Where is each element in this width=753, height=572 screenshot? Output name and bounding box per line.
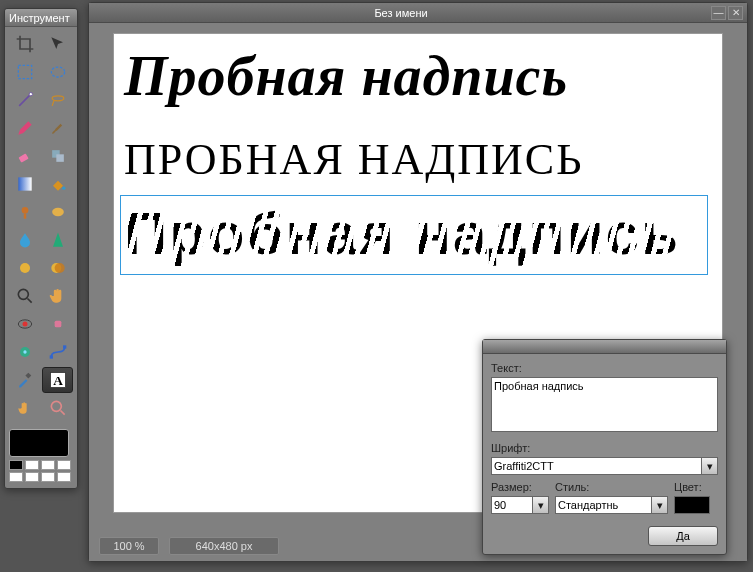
chevron-down-icon: ▾: [707, 460, 713, 473]
fill-tool[interactable]: [42, 171, 73, 197]
palette-swatch[interactable]: [9, 460, 23, 470]
minimize-button[interactable]: —: [711, 6, 726, 20]
text-layer-3[interactable]: Пробная надпись: [124, 199, 694, 268]
text-layer-1: Пробная надпись: [124, 44, 568, 108]
size-input[interactable]: [491, 496, 533, 514]
svg-point-18: [23, 350, 26, 353]
gradient-tool[interactable]: [9, 171, 40, 197]
svg-point-12: [54, 263, 64, 273]
text-input[interactable]: [491, 377, 718, 432]
pan-tool[interactable]: [9, 395, 40, 421]
canvas-dimensions: 640x480 px: [169, 537, 279, 555]
magnify-tool[interactable]: [42, 395, 73, 421]
move-tool[interactable]: [42, 31, 73, 57]
text-layer-2: ПРОБНАЯ НАДПИСЬ: [124, 134, 583, 185]
rect-select-tool[interactable]: [9, 59, 40, 85]
hand-tool[interactable]: [42, 283, 73, 309]
chevron-down-icon: ▾: [538, 499, 544, 512]
magic-wand-tool[interactable]: [9, 87, 40, 113]
font-dropdown-button[interactable]: ▾: [702, 457, 718, 475]
zoom-level[interactable]: 100 %: [99, 537, 159, 555]
svg-rect-19: [49, 355, 52, 358]
style-label: Стиль:: [555, 481, 668, 493]
svg-point-24: [51, 401, 61, 411]
sharpen-tool[interactable]: [42, 227, 73, 253]
palette-swatch[interactable]: [25, 472, 39, 482]
svg-point-15: [22, 322, 27, 327]
svg-point-1: [51, 67, 64, 77]
svg-point-10: [20, 263, 30, 273]
svg-point-2: [29, 93, 32, 96]
close-button[interactable]: ✕: [728, 6, 743, 20]
tool-grid: A: [5, 27, 77, 425]
document-title: Без имени: [93, 7, 709, 19]
svg-rect-6: [18, 177, 31, 190]
size-dropdown-button[interactable]: ▾: [533, 496, 549, 514]
redeye-tool[interactable]: [9, 311, 40, 337]
svg-point-8: [21, 207, 28, 214]
pencil-tool[interactable]: [9, 115, 40, 141]
shape-tool[interactable]: [9, 339, 40, 365]
lasso-tool[interactable]: [42, 87, 73, 113]
palette-swatch[interactable]: [57, 472, 71, 482]
size-label: Размер:: [491, 481, 549, 493]
smudge-tool[interactable]: [9, 199, 40, 225]
clone-tool[interactable]: [42, 143, 73, 169]
font-label: Шрифт:: [491, 442, 718, 454]
svg-point-13: [18, 289, 28, 299]
svg-rect-21: [25, 373, 31, 379]
close-icon: ✕: [732, 7, 740, 18]
document-window: Без имени — ✕ Пробная надпись ПРОБНАЯ НА…: [88, 2, 748, 562]
document-titlebar[interactable]: Без имени — ✕: [89, 3, 747, 23]
minimize-icon: —: [714, 7, 724, 18]
svg-rect-3: [18, 153, 28, 162]
eraser-tool[interactable]: [9, 143, 40, 169]
toolbox-window: Инструмент A: [4, 8, 78, 489]
dodge-tool[interactable]: [9, 255, 40, 281]
status-bar: 100 % 640x480 px: [99, 537, 279, 555]
color-swatches: [5, 425, 77, 488]
ellipse-select-tool[interactable]: [42, 59, 73, 85]
document-body: Пробная надпись ПРОБНАЯ НАДПИСЬ Пробная …: [89, 23, 747, 561]
font-select[interactable]: [491, 457, 702, 475]
text-dialog: Текст: Шрифт: ▾ Размер: ▾: [482, 339, 727, 555]
brush-tool[interactable]: [42, 115, 73, 141]
palette-swatch[interactable]: [41, 460, 55, 470]
eyedropper-tool[interactable]: [9, 367, 40, 393]
blur-tool[interactable]: [9, 227, 40, 253]
palette-swatch[interactable]: [57, 460, 71, 470]
svg-rect-5: [56, 154, 64, 162]
ok-button[interactable]: Да: [648, 526, 718, 546]
style-select[interactable]: [555, 496, 652, 514]
color-swatch[interactable]: [674, 496, 710, 514]
heal-tool[interactable]: [42, 311, 73, 337]
color-label: Цвет:: [674, 481, 718, 493]
svg-rect-20: [63, 345, 66, 348]
palette-swatch[interactable]: [9, 472, 23, 482]
toolbox-title: Инструмент: [5, 9, 77, 27]
burn-tool[interactable]: [42, 255, 73, 281]
zoom-tool[interactable]: [9, 283, 40, 309]
svg-text:A: A: [53, 373, 63, 388]
svg-rect-0: [18, 65, 31, 78]
svg-point-9: [52, 208, 64, 216]
dialog-titlebar[interactable]: [483, 340, 726, 354]
svg-point-7: [62, 187, 65, 190]
path-tool[interactable]: [42, 339, 73, 365]
palette-swatch[interactable]: [25, 460, 39, 470]
sponge-tool[interactable]: [42, 199, 73, 225]
svg-rect-16: [54, 321, 61, 328]
chevron-down-icon: ▾: [657, 499, 663, 512]
toolbox-title-text: Инструмент: [9, 12, 70, 24]
palette-swatch[interactable]: [41, 472, 55, 482]
text-tool[interactable]: A: [42, 367, 73, 393]
foreground-color-swatch[interactable]: [9, 429, 69, 457]
text-label: Текст:: [491, 362, 718, 374]
style-dropdown-button[interactable]: ▾: [652, 496, 668, 514]
crop-tool[interactable]: [9, 31, 40, 57]
